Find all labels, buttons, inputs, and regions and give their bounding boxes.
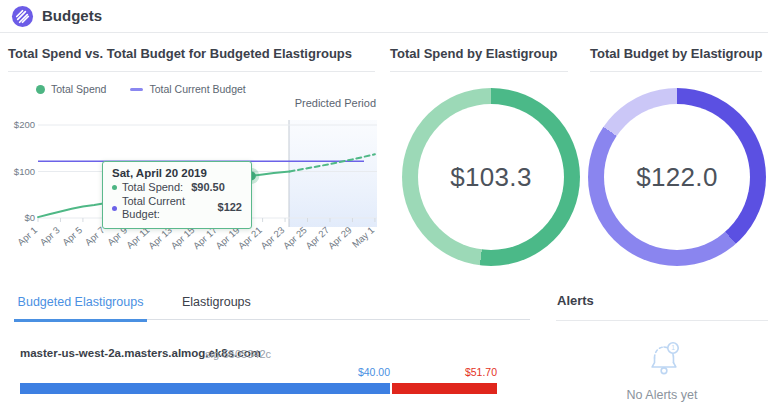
y-tick-200: $200 (14, 119, 35, 130)
budget-progress-bar (20, 383, 497, 394)
legend-total-spend[interactable]: Total Spend (36, 83, 106, 95)
svg-text:Apr 23: Apr 23 (258, 224, 286, 251)
alerts-title: Alerts (557, 293, 594, 308)
active-tab-underline (14, 319, 147, 322)
svg-text:Apr 27: Apr 27 (303, 224, 331, 251)
tooltip-spend-row: Total Spend: $90.50 (112, 181, 242, 195)
chart-legend: Total Spend Total Current Budget (36, 83, 246, 95)
svg-text:Apr 25: Apr 25 (281, 224, 309, 251)
spend-vs-budget-title: Total Spend vs. Total Budget for Budgete… (8, 46, 352, 61)
tooltip-spend-label: Total Spend: (122, 181, 183, 195)
total-spend-value: $103.3 (450, 162, 531, 193)
donut-hole: $103.3 (418, 104, 564, 250)
svg-text:Apr 5: Apr 5 (60, 224, 84, 247)
svg-text:May 1: May 1 (350, 224, 377, 249)
donut-ring-2: $122.0 (588, 88, 766, 266)
tab-label: Elastigroups (182, 295, 251, 309)
purple-bullet-icon (112, 206, 117, 211)
tooltip-date: Sat, April 20 2019 (112, 166, 242, 181)
elastigroup-tabs: Budgeted Elastigroups Elastigroups (14, 289, 530, 320)
divider (390, 71, 568, 72)
total-budget-donut-title: Total Budget by Elastigroup (590, 46, 762, 61)
legend-label: Total Current Budget (149, 83, 245, 95)
legend-label: Total Spend (51, 83, 106, 95)
svg-text:Apr 3: Apr 3 (38, 224, 62, 247)
page-title: Budgets (42, 7, 102, 24)
predicted-period-label: Predicted Period (270, 97, 376, 109)
tab-budgeted-elastigroups[interactable]: Budgeted Elastigroups (14, 289, 147, 320)
donut-ring-1: $103.3 (402, 88, 580, 266)
green-bullet-icon (112, 185, 117, 190)
elastigroup-sig: sig-5505342c (205, 348, 271, 360)
budget-amount-label: $51.70 (357, 366, 497, 378)
bell-icon: 1 (646, 335, 682, 383)
svg-text:Apr 29: Apr 29 (326, 224, 354, 251)
legend-total-current-budget[interactable]: Total Current Budget (130, 83, 245, 95)
y-tick-0: $0 (24, 212, 35, 223)
bar-over-segment (392, 383, 497, 394)
tooltip-budget-value: $122 (218, 201, 242, 215)
divider (8, 71, 375, 72)
tooltip-spend-value: $90.50 (191, 181, 225, 195)
purple-dash-icon (130, 88, 143, 91)
tab-elastigroups[interactable]: Elastigroups (168, 289, 265, 320)
no-alerts-text: No Alerts yet (556, 388, 768, 402)
tooltip-budget-label: Total Current Budget: (122, 195, 210, 222)
tab-label: Budgeted Elastigroups (18, 295, 144, 309)
spotinst-logo-icon[interactable] (11, 5, 34, 28)
app-header: Budgets (0, 0, 768, 33)
y-tick-100: $100 (14, 166, 35, 177)
green-dot-icon (36, 85, 45, 94)
chart-tooltip: Sat, April 20 2019 Total Spend: $90.50 T… (102, 161, 252, 229)
total-budget-value: $122.0 (636, 162, 717, 193)
total-spend-donut-title: Total Spend by Elastigroup (390, 46, 557, 61)
divider (590, 71, 762, 72)
budgets-dashboard: Budgets Total Spend vs. Total Budget for… (0, 0, 768, 414)
bar-spent-segment (20, 383, 390, 394)
svg-text:1: 1 (671, 344, 675, 351)
divider (556, 320, 768, 321)
predicted-period-region (289, 120, 377, 227)
tooltip-budget-row: Total Current Budget: $122 (112, 195, 242, 222)
svg-text:Apr 1: Apr 1 (15, 224, 39, 247)
donut-hole: $122.0 (604, 104, 750, 250)
